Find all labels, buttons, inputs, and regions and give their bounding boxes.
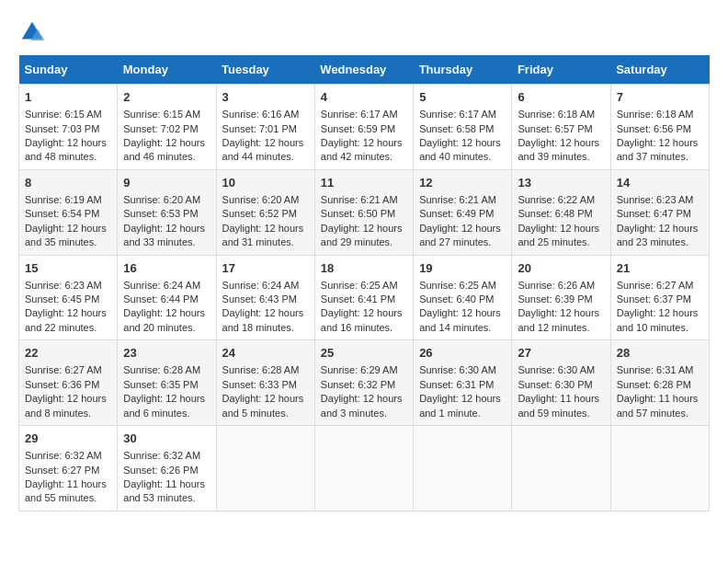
day-cell-12: 12Sunrise: 6:21 AMSunset: 6:49 PMDayligh… bbox=[414, 169, 512, 255]
day-num: 16 bbox=[123, 260, 210, 277]
day-cell-empty bbox=[512, 426, 610, 511]
calendar-week-3: 22Sunrise: 6:27 AMSunset: 6:36 PMDayligh… bbox=[19, 340, 710, 426]
day-num: 8 bbox=[25, 175, 111, 191]
day-cell-empty bbox=[216, 426, 314, 511]
day-cell-10: 10Sunrise: 6:20 AMSunset: 6:52 PMDayligh… bbox=[216, 169, 314, 255]
calendar-week-1: 8Sunrise: 6:19 AMSunset: 6:54 PMDaylight… bbox=[19, 169, 710, 255]
day-num: 27 bbox=[518, 345, 604, 362]
day-num: 5 bbox=[419, 89, 506, 106]
day-num: 1 bbox=[25, 89, 111, 106]
calendar-table: SundayMondayTuesdayWednesdayThursdayFrid… bbox=[18, 55, 710, 511]
day-num: 22 bbox=[25, 345, 111, 362]
day-cell-6: 6Sunrise: 6:18 AMSunset: 6:57 PMDaylight… bbox=[512, 85, 610, 170]
day-cell-23: 23Sunrise: 6:28 AMSunset: 6:35 PMDayligh… bbox=[118, 340, 216, 426]
day-cell-19: 19Sunrise: 6:25 AMSunset: 6:40 PMDayligh… bbox=[414, 255, 512, 340]
calendar-week-0: 1Sunrise: 6:15 AMSunset: 7:03 PMDaylight… bbox=[19, 85, 710, 170]
day-cell-25: 25Sunrise: 6:29 AMSunset: 6:32 PMDayligh… bbox=[314, 340, 413, 426]
day-num: 4 bbox=[321, 89, 407, 106]
day-cell-16: 16Sunrise: 6:24 AMSunset: 6:44 PMDayligh… bbox=[118, 255, 216, 340]
day-cell-3: 3Sunrise: 6:16 AMSunset: 7:01 PMDaylight… bbox=[216, 85, 314, 170]
calendar-week-4: 29Sunrise: 6:32 AMSunset: 6:27 PMDayligh… bbox=[19, 426, 710, 511]
day-cell-18: 18Sunrise: 6:25 AMSunset: 6:41 PMDayligh… bbox=[314, 255, 413, 340]
day-cell-7: 7Sunrise: 6:18 AMSunset: 6:56 PMDaylight… bbox=[610, 85, 709, 170]
day-num: 6 bbox=[518, 89, 604, 106]
day-num: 20 bbox=[518, 260, 604, 277]
header-sunday: Sunday bbox=[19, 55, 118, 85]
day-cell-20: 20Sunrise: 6:26 AMSunset: 6:39 PMDayligh… bbox=[512, 255, 610, 340]
header-saturday: Saturday bbox=[610, 55, 709, 85]
day-cell-empty bbox=[314, 426, 413, 511]
day-num: 17 bbox=[222, 260, 309, 277]
day-cell-24: 24Sunrise: 6:28 AMSunset: 6:33 PMDayligh… bbox=[216, 340, 314, 426]
day-cell-22: 22Sunrise: 6:27 AMSunset: 6:36 PMDayligh… bbox=[19, 340, 118, 426]
day-num: 14 bbox=[617, 175, 703, 191]
day-cell-2: 2Sunrise: 6:15 AMSunset: 7:02 PMDaylight… bbox=[118, 85, 216, 170]
day-num: 30 bbox=[123, 431, 210, 447]
day-cell-8: 8Sunrise: 6:19 AMSunset: 6:54 PMDaylight… bbox=[19, 169, 118, 255]
day-num: 28 bbox=[617, 345, 703, 362]
day-cell-17: 17Sunrise: 6:24 AMSunset: 6:43 PMDayligh… bbox=[216, 255, 314, 340]
day-num: 12 bbox=[419, 175, 506, 191]
day-num: 26 bbox=[419, 345, 506, 362]
day-cell-empty bbox=[414, 426, 512, 511]
day-cell-28: 28Sunrise: 6:31 AMSunset: 6:28 PMDayligh… bbox=[610, 340, 709, 426]
logo bbox=[18, 18, 50, 46]
day-cell-9: 9Sunrise: 6:20 AMSunset: 6:53 PMDaylight… bbox=[118, 169, 216, 255]
day-num: 21 bbox=[617, 260, 703, 277]
day-num: 29 bbox=[25, 431, 111, 447]
day-num: 9 bbox=[123, 175, 210, 191]
header-wednesday: Wednesday bbox=[314, 55, 413, 85]
day-cell-15: 15Sunrise: 6:23 AMSunset: 6:45 PMDayligh… bbox=[19, 255, 118, 340]
day-num: 18 bbox=[321, 260, 407, 277]
day-cell-13: 13Sunrise: 6:22 AMSunset: 6:48 PMDayligh… bbox=[512, 169, 610, 255]
day-num: 10 bbox=[222, 175, 309, 191]
day-cell-1: 1Sunrise: 6:15 AMSunset: 7:03 PMDaylight… bbox=[19, 85, 118, 170]
day-num: 13 bbox=[518, 175, 604, 191]
day-num: 23 bbox=[123, 345, 210, 362]
day-cell-30: 30Sunrise: 6:32 AMSunset: 6:26 PMDayligh… bbox=[118, 426, 216, 511]
header-thursday: Thursday bbox=[414, 55, 512, 85]
day-num: 7 bbox=[617, 89, 703, 106]
logo-icon bbox=[18, 18, 46, 46]
day-cell-21: 21Sunrise: 6:27 AMSunset: 6:37 PMDayligh… bbox=[610, 255, 709, 340]
day-num: 15 bbox=[25, 260, 111, 277]
day-num: 24 bbox=[222, 345, 309, 362]
page-header bbox=[18, 18, 710, 46]
header-friday: Friday bbox=[512, 55, 610, 85]
day-cell-27: 27Sunrise: 6:30 AMSunset: 6:30 PMDayligh… bbox=[512, 340, 610, 426]
header-tuesday: Tuesday bbox=[216, 55, 314, 85]
day-cell-11: 11Sunrise: 6:21 AMSunset: 6:50 PMDayligh… bbox=[314, 169, 413, 255]
day-num: 2 bbox=[123, 89, 210, 106]
day-cell-29: 29Sunrise: 6:32 AMSunset: 6:27 PMDayligh… bbox=[19, 426, 118, 511]
day-cell-14: 14Sunrise: 6:23 AMSunset: 6:47 PMDayligh… bbox=[610, 169, 709, 255]
header-monday: Monday bbox=[118, 55, 216, 85]
calendar-header-row: SundayMondayTuesdayWednesdayThursdayFrid… bbox=[19, 55, 710, 85]
day-num: 11 bbox=[321, 175, 407, 191]
day-num: 19 bbox=[419, 260, 506, 277]
day-cell-empty bbox=[610, 426, 709, 511]
calendar-week-2: 15Sunrise: 6:23 AMSunset: 6:45 PMDayligh… bbox=[19, 255, 710, 340]
day-num: 25 bbox=[321, 345, 407, 362]
day-cell-26: 26Sunrise: 6:30 AMSunset: 6:31 PMDayligh… bbox=[414, 340, 512, 426]
day-cell-4: 4Sunrise: 6:17 AMSunset: 6:59 PMDaylight… bbox=[314, 85, 413, 170]
day-num: 3 bbox=[222, 89, 309, 106]
day-cell-5: 5Sunrise: 6:17 AMSunset: 6:58 PMDaylight… bbox=[414, 85, 512, 170]
